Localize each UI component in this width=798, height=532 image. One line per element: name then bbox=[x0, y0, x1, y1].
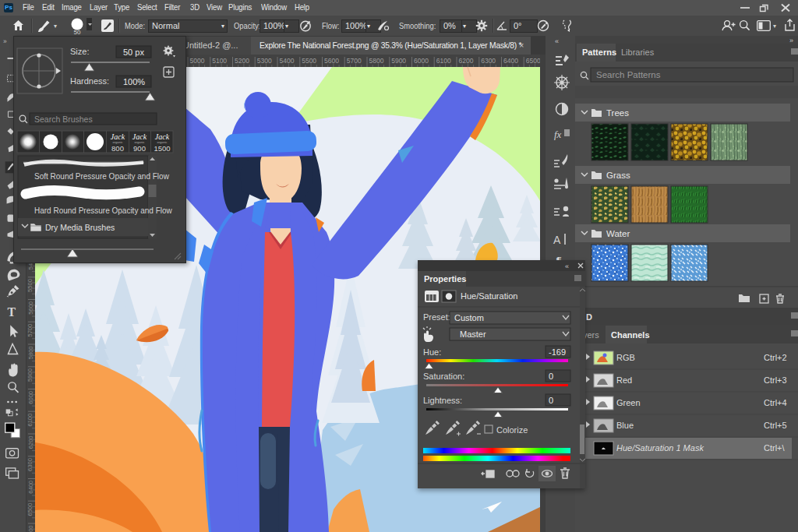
svg-text:Hue:: Hue: bbox=[423, 347, 441, 357]
svg-text:Water: Water bbox=[606, 229, 630, 238]
svg-text:A: A bbox=[553, 234, 561, 246]
svg-text:5800: 5800 bbox=[369, 57, 384, 65]
svg-text:6400: 6400 bbox=[503, 57, 518, 65]
svg-text:Dry Media Brushes: Dry Media Brushes bbox=[45, 223, 115, 232]
svg-text:Trees: Trees bbox=[606, 108, 629, 118]
svg-text:0: 0 bbox=[549, 396, 553, 405]
svg-text:Preset:: Preset: bbox=[423, 312, 450, 322]
svg-text:5500: 5500 bbox=[27, 279, 34, 292]
svg-text:5000: 5000 bbox=[190, 57, 205, 65]
svg-text:Saturation:: Saturation: bbox=[423, 372, 464, 381]
svg-text:6000: 6000 bbox=[414, 57, 429, 65]
svg-text:Ctrl+\: Ctrl+\ bbox=[764, 443, 786, 453]
svg-text:Hue/Saturation 1 Mask: Hue/Saturation 1 Mask bbox=[616, 443, 704, 453]
svg-text:5600: 5600 bbox=[27, 301, 34, 315]
svg-text:Lightness:: Lightness: bbox=[423, 396, 462, 405]
svg-text:Hardness:: Hardness: bbox=[70, 76, 109, 86]
svg-text:6200: 6200 bbox=[459, 57, 474, 65]
svg-text:5600: 5600 bbox=[324, 57, 339, 65]
svg-text:Grass: Grass bbox=[606, 171, 630, 180]
svg-text:Green: Green bbox=[616, 398, 641, 407]
svg-text:-169: -169 bbox=[549, 347, 566, 357]
svg-text:Search Brushes: Search Brushes bbox=[34, 115, 93, 124]
svg-text:5700: 5700 bbox=[347, 57, 362, 65]
svg-text:Ctrl+5: Ctrl+5 bbox=[764, 421, 787, 430]
svg-text:6500: 6500 bbox=[27, 503, 34, 516]
svg-text:Size:: Size: bbox=[70, 47, 89, 56]
svg-text:6500: 6500 bbox=[526, 57, 541, 65]
svg-text:Ctrl+3: Ctrl+3 bbox=[764, 375, 787, 385]
svg-text:100%: 100% bbox=[123, 77, 145, 86]
svg-text:Red: Red bbox=[616, 375, 632, 385]
svg-text:6000: 6000 bbox=[27, 391, 34, 404]
svg-text:Ctrl+4: Ctrl+4 bbox=[764, 398, 787, 407]
svg-text:Master: Master bbox=[460, 329, 486, 339]
svg-text:6300: 6300 bbox=[481, 57, 496, 65]
svg-text:Blue: Blue bbox=[616, 421, 634, 430]
svg-text:5500: 5500 bbox=[302, 57, 316, 65]
svg-text:D: D bbox=[586, 312, 592, 322]
svg-text:5900: 5900 bbox=[27, 368, 34, 382]
svg-text:Custom: Custom bbox=[454, 313, 484, 322]
svg-text:Properties: Properties bbox=[424, 274, 466, 284]
svg-text:Search Patterns: Search Patterns bbox=[596, 70, 661, 79]
svg-text:6400: 6400 bbox=[27, 481, 34, 494]
svg-text:T: T bbox=[8, 305, 16, 319]
svg-text:5400: 5400 bbox=[280, 57, 295, 65]
svg-text:Channels: Channels bbox=[611, 330, 650, 340]
svg-text:«: « bbox=[565, 262, 569, 270]
svg-text:50 px: 50 px bbox=[123, 48, 144, 57]
svg-text:50: 50 bbox=[74, 29, 81, 35]
svg-text:Ctrl+2: Ctrl+2 bbox=[764, 353, 787, 362]
svg-text:»: » bbox=[789, 37, 793, 44]
svg-text:RGB: RGB bbox=[616, 353, 635, 362]
svg-text:Soft Round Pressure Opacity an: Soft Round Pressure Opacity and Flow bbox=[34, 172, 170, 181]
svg-text:5700: 5700 bbox=[27, 324, 34, 337]
svg-text:6300: 6300 bbox=[27, 458, 34, 471]
svg-text:5800: 5800 bbox=[27, 347, 34, 360]
svg-text:yers: yers bbox=[583, 330, 599, 340]
svg-text:»: » bbox=[3, 37, 7, 45]
svg-text:Patterns: Patterns bbox=[582, 48, 616, 57]
svg-text:5900: 5900 bbox=[391, 57, 406, 65]
svg-text:6100: 6100 bbox=[27, 414, 34, 427]
svg-text:5100: 5100 bbox=[212, 57, 227, 65]
svg-text:5200: 5200 bbox=[235, 57, 249, 65]
svg-text:Hard Round Pressure Opacity an: Hard Round Pressure Opacity and Flow bbox=[34, 206, 173, 215]
svg-text:1500: 1500 bbox=[154, 144, 170, 153]
svg-text:5300: 5300 bbox=[257, 57, 272, 65]
svg-text:800: 800 bbox=[111, 144, 124, 153]
svg-text:6200: 6200 bbox=[27, 436, 34, 449]
svg-text:0: 0 bbox=[549, 372, 553, 381]
svg-text:Libraries: Libraries bbox=[621, 48, 655, 57]
svg-text:Hue/Saturation: Hue/Saturation bbox=[461, 291, 517, 301]
svg-text:900: 900 bbox=[133, 144, 146, 153]
svg-text:fx: fx bbox=[554, 129, 562, 140]
svg-text:«: « bbox=[555, 37, 559, 45]
svg-text:6100: 6100 bbox=[436, 57, 451, 65]
svg-text:Colorize: Colorize bbox=[496, 425, 528, 435]
